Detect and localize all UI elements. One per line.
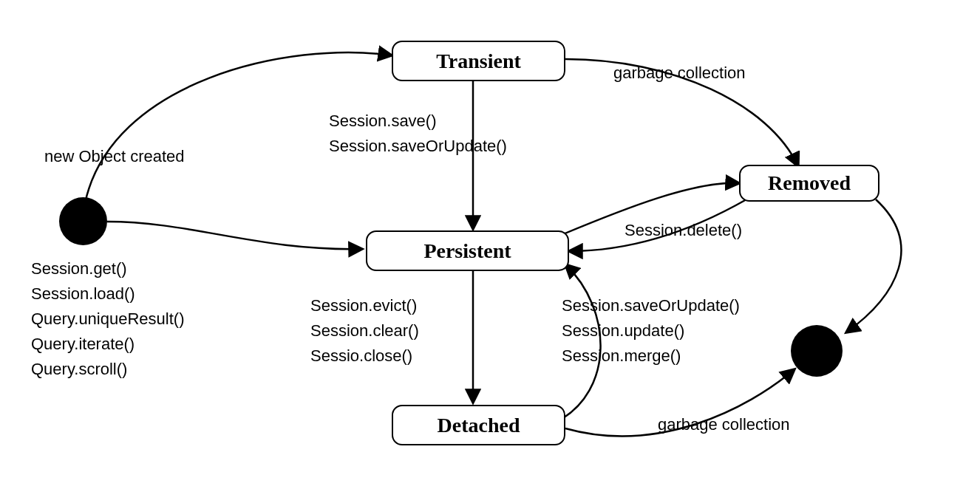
final-node [791,325,843,377]
label-session-save: Session.save() [329,112,437,130]
state-transient-label: Transient [436,49,521,73]
initial-node [59,197,107,245]
label-session-update: Session.update() [562,321,684,340]
state-detached-label: Detached [438,414,520,437]
label-session-delete: Session.delete() [625,218,742,243]
label-session-clear: Session.clear() [310,321,419,340]
label-gc-top: garbage collection [613,61,746,86]
label-gc-bottom: garbage collection [658,412,790,437]
label-query-uniqueresult: Query.uniqueResult() [31,310,184,328]
label-new-object: new Object created [44,144,185,169]
label-session-close: Sessio.close() [310,346,412,365]
label-query-scroll: Query.scroll() [31,360,127,378]
state-detached: Detached [392,405,565,445]
state-persistent-label: Persistent [423,239,511,263]
label-session-merge: Session.merge() [562,346,681,365]
label-p2d: Session.evict() Session.clear() Sessio.c… [310,293,419,369]
label-t2p: Session.save() Session.saveOrUpdate() [329,109,507,159]
label-session-load: Session.load() [31,284,135,303]
label-d2p: Session.saveOrUpdate() Session.update() … [562,293,740,369]
label-session-get: Session.get() [31,259,127,278]
state-removed-label: Removed [768,171,851,195]
label-initial-methods: Session.get() Session.load() Query.uniqu… [31,256,184,382]
label-session-evict: Session.evict() [310,296,417,315]
state-transient: Transient [392,41,565,81]
label-session-saveorupdate: Session.saveOrUpdate() [329,137,507,155]
state-persistent: Persistent [366,230,569,271]
state-removed: Removed [739,165,879,202]
label-session-saveorupdate2: Session.saveOrUpdate() [562,296,740,315]
label-query-iterate: Query.iterate() [31,335,135,353]
